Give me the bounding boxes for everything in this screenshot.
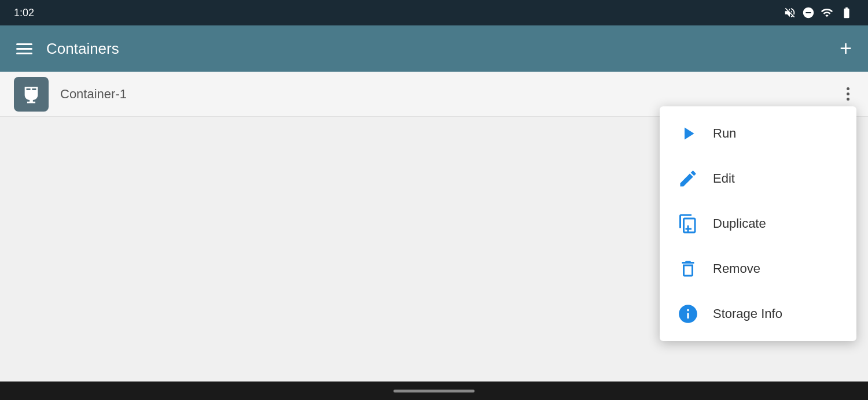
duplicate-icon [676,212,700,236]
menu-item-remove[interactable]: Remove [660,246,856,291]
trash-icon [676,257,700,281]
status-time: 1:02 [14,7,34,19]
container-more-button[interactable] [842,83,854,105]
menu-item-edit-label: Edit [713,171,735,186]
menu-item-run-label: Run [713,126,736,141]
wineglass-icon [21,84,41,104]
menu-item-duplicate[interactable]: Duplicate [660,201,856,246]
info-icon [676,302,700,326]
status-bar: 1:02 [0,0,868,25]
container-item-icon [14,77,49,112]
status-icons [784,6,854,19]
app-title: Containers [46,40,119,58]
run-icon [676,121,700,146]
wifi-icon [821,6,833,19]
menu-item-edit[interactable]: Edit [660,156,856,201]
app-bar-left: Containers [16,40,119,58]
add-container-button[interactable]: + [840,38,852,59]
edit-icon [676,166,700,191]
hamburger-menu-button[interactable] [16,43,32,54]
battery-icon [839,6,854,19]
mute-icon [784,6,796,19]
menu-item-remove-label: Remove [713,261,760,276]
app-bar: Containers + [0,25,868,72]
home-indicator [393,390,475,392]
container-item-name: Container-1 [60,87,842,102]
main-content: Container-1 Run Edit [0,72,868,382]
context-menu: Run Edit Duplicate [660,106,856,341]
dnd-icon [802,6,815,19]
menu-item-storage-info[interactable]: Storage Info [660,291,856,336]
bottom-navigation-bar [0,382,868,400]
menu-item-run[interactable]: Run [660,111,856,156]
menu-item-duplicate-label: Duplicate [713,216,766,231]
menu-item-storage-info-label: Storage Info [713,306,782,321]
